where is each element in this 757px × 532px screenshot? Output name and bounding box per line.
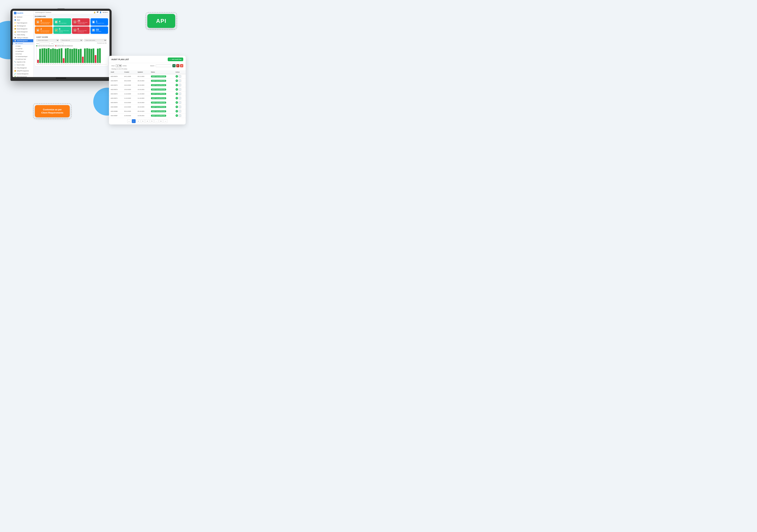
doc-button[interactable]: 📄 — [179, 105, 181, 108]
entries-select[interactable]: 10 — [116, 65, 122, 67]
sidebar-section-audit[interactable]: 📋 Audit Management — [13, 39, 33, 42]
sidebar-dashboard-label: Dashboard — [17, 16, 22, 17]
bar — [78, 49, 79, 63]
bar — [50, 49, 52, 63]
filter-unit[interactable]: Please select unit — [60, 39, 83, 42]
sidebar-item-incident[interactable]: 🔔 Incident Management — [13, 30, 33, 33]
sidebar-item-dashboard[interactable]: 🏠 Dashboard — [13, 15, 33, 18]
search-input[interactable] — [156, 65, 171, 67]
sidebar-audit-plan-label: Audit Plan — [17, 48, 22, 49]
doc-button[interactable]: 📄 — [179, 114, 181, 117]
view-button[interactable]: 👁 — [175, 101, 178, 104]
sidebar-item-training[interactable]: 🎓 Training & Certification — [13, 36, 33, 39]
filter-location[interactable]: Please select location — [36, 39, 59, 42]
bar-column: 09-01 — [54, 49, 56, 64]
sidebar-item-audit-dashboard[interactable]: Dashboard — [13, 42, 33, 45]
view-button[interactable]: 👁 — [175, 105, 178, 108]
sidebar-item-score-card[interactable]: Audit Score Card — [13, 58, 33, 61]
app-name: NeoEHS — [17, 12, 23, 14]
view-button[interactable]: 👁 — [175, 114, 178, 117]
doc-button[interactable]: 📄 — [179, 93, 181, 95]
page-1-button[interactable]: 1 — [132, 119, 136, 123]
sub-dot3 — [16, 51, 16, 52]
page-8-button[interactable]: 8 — [159, 119, 163, 123]
cell-created: 11-10-2023 — [123, 96, 136, 101]
view-button[interactable]: 👁 — [175, 75, 178, 77]
bar — [97, 49, 99, 63]
user-icon[interactable]: 👤 — [100, 12, 102, 13]
status-badge: AUDIT PLAN APPROVED — [151, 84, 166, 86]
view-button[interactable]: 👁 — [175, 88, 178, 91]
cell-created: 10-10-2023 — [123, 101, 136, 105]
page-5-button[interactable]: 5 — [150, 119, 154, 123]
doc-button[interactable]: 📄 — [179, 110, 181, 112]
sidebar-item-project[interactable]: 📁 Project Management — [13, 21, 33, 24]
status-badge: AUDIT PLAN APPROVED — [151, 97, 166, 99]
sidebar-item-audit-master[interactable]: Master — [13, 45, 33, 47]
cell-audit: AUD-00074 — [109, 83, 123, 87]
cell-created: 04-11-2023 — [123, 74, 136, 79]
breadcrumb: Audit Management / Dashboard — [35, 12, 51, 13]
from-input[interactable] — [39, 43, 50, 44]
sidebar-item-chemical[interactable]: 🧪 Chemical Management — [13, 72, 33, 75]
view-button[interactable]: 👁 — [175, 97, 178, 99]
table-row: AUD-0006721-09-202321-09-2023AUDIT PLAN … — [109, 113, 186, 118]
page-3-button[interactable]: 3 — [141, 119, 145, 123]
customize-line2: Client Requirements — [41, 111, 63, 114]
sidebar-item-nc-form[interactable]: NC Form — [13, 53, 33, 55]
sidebar-item-overall[interactable]: Overall Audit Report — [13, 55, 33, 58]
legend-above-dot — [36, 45, 37, 46]
doc-button[interactable]: 📄 — [179, 75, 181, 77]
bar-date-label: 16-01 — [69, 63, 71, 65]
to-input[interactable] — [53, 43, 64, 44]
view-button[interactable]: 👁 — [175, 84, 178, 86]
sidebar-item-permit[interactable]: 📄 Permit To Work — [13, 63, 33, 66]
export-pdf-button[interactable]: P — [176, 64, 179, 67]
sidebar-item-risk[interactable]: ⚠️ Risk Management — [13, 24, 33, 27]
sidebar-item-waste[interactable]: ♻️ Waste Management — [13, 75, 33, 77]
bar-column: 23-01 — [84, 48, 86, 64]
bar-column: 20-01 — [77, 49, 79, 64]
sidebar-item-inspection[interactable]: 🔍 Inspection & Obs — [13, 61, 33, 63]
bar — [88, 49, 90, 63]
sidebar-item-ppe[interactable]: 🦺 Safety/PPE Equipments — [13, 69, 33, 72]
sidebar-item-toolbox[interactable]: 🔧 Toolbox Meeting — [13, 33, 33, 36]
doc-button[interactable]: 📄 — [179, 101, 181, 104]
card-audit-plan: 📋 4 Audit Plan Pending for HSE Head Appr… — [35, 18, 52, 26]
cell-created: 26-10-2023 — [123, 79, 136, 83]
filter-project[interactable]: Please select project — [84, 39, 107, 42]
doc-button[interactable]: 📄 — [179, 79, 181, 82]
bell-icon[interactable]: 🔔 — [94, 12, 96, 13]
view-button[interactable]: 👁 — [175, 79, 178, 82]
page-2-button[interactable]: 2 — [136, 119, 140, 123]
cell-action: 👁📄 — [174, 96, 186, 101]
sidebar-item-audit-plan[interactable]: Audit Plan — [13, 47, 33, 50]
sidebar-item-audit-report[interactable]: Audit Report — [13, 50, 33, 53]
view-button[interactable]: 👁 — [175, 110, 178, 112]
date-row: From: To: Threshold Limit: 96% — [36, 43, 107, 44]
next-page-button[interactable]: → — [164, 119, 167, 123]
prev-page-button[interactable]: ← — [127, 119, 131, 123]
legend-below-label: Audit Score Below the threshold Limit — [57, 45, 73, 46]
sidebar-item-master[interactable]: 👤 Master — [13, 18, 33, 21]
bar — [95, 55, 96, 63]
sidebar-item-hazard[interactable]: ☣️ Hazard Management — [13, 27, 33, 30]
flag-icon[interactable]: 🏴 — [97, 12, 99, 13]
bar-date-label: 06-01 — [48, 63, 50, 65]
page-4-button[interactable]: 4 — [145, 119, 149, 123]
incident-icon: 🔔 — [14, 31, 16, 33]
view-button[interactable]: 👁 — [175, 93, 178, 95]
export-print-button[interactable]: 🖨 — [180, 64, 183, 67]
cell-updated: 13-10-2023 — [136, 87, 149, 92]
sidebar-master-label: Master — [17, 19, 20, 20]
action-icons: 👁📄 — [175, 88, 184, 91]
cell-updated: 26-10-2023 — [136, 79, 149, 83]
card-new-audit-label: New Audit Report — [59, 23, 66, 24]
doc-button[interactable]: 📄 — [179, 97, 181, 99]
add-audit-button[interactable]: ＋ Add Audit Plan — [168, 58, 183, 61]
sidebar-item-policy[interactable]: 📋 Policy Management — [13, 66, 33, 69]
bar-column: 08-01 — [52, 48, 54, 64]
doc-button[interactable]: 📄 — [179, 88, 181, 91]
doc-button[interactable]: 📄 — [179, 84, 181, 86]
export-xlsx-button[interactable]: X — [172, 64, 175, 67]
